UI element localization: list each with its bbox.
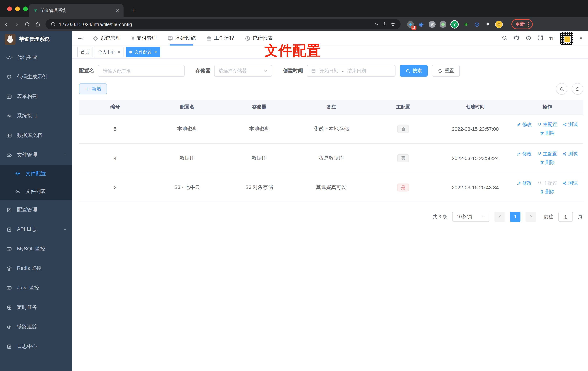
nav-label: 基础设施 bbox=[175, 35, 196, 42]
sidebar-item-redis-monitor[interactable]: Redis 监控 bbox=[0, 259, 72, 278]
sidebar-item-code-demo[interactable]: 代码生成示例 bbox=[0, 67, 72, 87]
add-button[interactable]: 新增 bbox=[79, 84, 107, 94]
delete-link[interactable]: 删除 bbox=[540, 189, 555, 195]
url-text: 127.0.0.1:1024/infra/file/file-config bbox=[59, 21, 371, 27]
collapse-sidebar-icon[interactable] bbox=[77, 35, 84, 41]
avatar-qr-image[interactable] bbox=[560, 32, 573, 45]
sliders-icon bbox=[6, 113, 12, 119]
cell-remark: 测试下本地存储 bbox=[295, 114, 367, 144]
font-size-icon[interactable]: ᴛT bbox=[549, 35, 554, 41]
nav-item-system[interactable]: 系统管理 bbox=[93, 31, 121, 45]
storage-select[interactable]: 请选择存储器 bbox=[214, 65, 272, 77]
sidebar-item-code-generation[interactable]: </> 代码生成 bbox=[0, 48, 72, 67]
nav-item-workflow[interactable]: 工作流程 bbox=[206, 31, 234, 45]
browser-menu-icon[interactable] bbox=[528, 22, 529, 27]
refresh-table-button[interactable] bbox=[572, 83, 583, 95]
profile-avatar-emoji[interactable]: 😃 bbox=[495, 21, 503, 28]
bookmark-star-icon[interactable] bbox=[390, 22, 396, 27]
sidebar-item-file-management[interactable]: 文件管理 bbox=[0, 145, 72, 165]
avatar-caret-down-icon[interactable]: ▼ bbox=[579, 36, 583, 41]
cell-created: 2022-03-15 23:57:00 bbox=[439, 114, 511, 144]
cell-name: 本地磁盘 bbox=[151, 114, 223, 144]
test-link[interactable]: 测试 bbox=[563, 151, 578, 157]
page-size-select[interactable]: 10条/页 bbox=[452, 212, 489, 222]
new-tab-button[interactable]: ＋ bbox=[130, 6, 136, 14]
chrome-update-button[interactable]: 更新 bbox=[511, 19, 533, 29]
search-icon[interactable] bbox=[502, 35, 507, 42]
master-config-link[interactable]: 主配置 bbox=[538, 151, 557, 157]
delete-link[interactable]: 删除 bbox=[540, 159, 555, 166]
extension-y-icon[interactable]: Y bbox=[450, 20, 459, 28]
master-config-link[interactable]: 主配置 bbox=[538, 121, 557, 128]
close-window-button[interactable] bbox=[7, 7, 12, 11]
address-bar[interactable]: 127.0.0.1:1024/infra/file/file-config bbox=[45, 19, 400, 29]
sidebar-item-label: MySQL 监控 bbox=[17, 246, 45, 252]
edit-link[interactable]: 修改 bbox=[517, 121, 532, 128]
nav-item-reports[interactable]: 统计报表 bbox=[245, 31, 273, 45]
prev-page-button[interactable] bbox=[494, 212, 505, 222]
delete-link[interactable]: 删除 bbox=[540, 130, 555, 137]
sidebar-item-db-doc[interactable]: 数据库文档 bbox=[0, 126, 72, 145]
date-range-picker[interactable]: 开始日期 - 结束日期 bbox=[307, 65, 396, 77]
tab-close-icon[interactable]: ✕ bbox=[115, 8, 119, 13]
extension-balloon-icon[interactable]: ◉ bbox=[418, 21, 425, 28]
extension-blue-diamond-icon[interactable]: ◆ 11 bbox=[407, 21, 414, 28]
extension-star-icon[interactable]: ✭ bbox=[463, 21, 470, 28]
share-icon[interactable] bbox=[382, 22, 387, 27]
tag-file-config[interactable]: 文件配置 ✕ bbox=[126, 47, 160, 57]
sidebar-item-file-config[interactable]: 文件配置 bbox=[0, 165, 72, 182]
app-logo-row[interactable]: 芋道管理系统 bbox=[0, 31, 72, 48]
config-name-input[interactable] bbox=[102, 68, 180, 74]
extension-command-icon[interactable]: ⌘ bbox=[429, 21, 436, 28]
tag-home[interactable]: 首页 bbox=[77, 47, 93, 57]
fullscreen-icon[interactable] bbox=[537, 35, 543, 42]
extension-eye-icon[interactable]: ◎ bbox=[473, 21, 480, 28]
close-icon[interactable]: ✕ bbox=[117, 50, 121, 54]
close-icon[interactable]: ✕ bbox=[154, 50, 157, 54]
sidebar-item-mysql-monitor[interactable]: MySQL 监控 bbox=[0, 239, 72, 259]
home-icon[interactable] bbox=[35, 21, 41, 27]
password-key-icon[interactable] bbox=[374, 22, 379, 27]
help-icon[interactable] bbox=[525, 35, 531, 42]
share-nodes-icon bbox=[563, 181, 567, 185]
edit-link[interactable]: 修改 bbox=[517, 180, 532, 186]
sidebar-item-file-list[interactable]: 文件列表 bbox=[0, 182, 72, 200]
browser-tab[interactable]: 芋道管理系统 ✕ bbox=[29, 4, 124, 17]
code-icon: </> bbox=[6, 55, 12, 60]
test-link[interactable]: 测试 bbox=[563, 180, 578, 186]
sidebar-item-api-log[interactable]: API 日志 bbox=[0, 220, 72, 239]
reset-button[interactable]: 重置 bbox=[432, 65, 460, 77]
github-icon[interactable] bbox=[514, 35, 519, 42]
forward-icon[interactable] bbox=[14, 21, 20, 27]
extension-gray-dot-icon[interactable] bbox=[440, 21, 446, 28]
sidebar-item-tracing[interactable]: 链路追踪 bbox=[0, 317, 72, 337]
next-page-button[interactable] bbox=[525, 212, 536, 222]
show-search-toggle-button[interactable] bbox=[556, 83, 567, 95]
puzzle-extensions-icon[interactable] bbox=[484, 21, 491, 28]
nav-item-infrastructure[interactable]: 基础设施 bbox=[168, 31, 196, 45]
sidebar-item-java-monitor[interactable]: Java 监控 bbox=[0, 278, 72, 298]
minimize-window-button[interactable] bbox=[15, 7, 20, 11]
goto-page-input[interactable] bbox=[559, 214, 572, 220]
back-icon[interactable] bbox=[4, 21, 9, 27]
page-unit-label: 页 bbox=[578, 213, 583, 220]
eye-icon bbox=[6, 324, 12, 330]
test-link[interactable]: 测试 bbox=[563, 121, 578, 128]
col-header-created: 创建时间 bbox=[439, 100, 511, 114]
reload-icon[interactable] bbox=[25, 21, 30, 27]
gear-icon bbox=[93, 36, 98, 41]
search-button[interactable]: 搜索 bbox=[400, 65, 428, 77]
cell-id: 4 bbox=[79, 144, 151, 173]
window-controls bbox=[7, 7, 28, 11]
nav-item-payment[interactable]: ¥ 支付管理 bbox=[131, 31, 157, 45]
maximize-window-button[interactable] bbox=[23, 7, 28, 11]
tag-profile[interactable]: 个人中心 ✕ bbox=[95, 47, 124, 57]
sidebar-item-form-builder[interactable]: 表单构建 bbox=[0, 87, 72, 106]
sidebar-item-scheduled-tasks[interactable]: 定时任务 bbox=[0, 298, 72, 317]
sidebar-item-system-api[interactable]: 系统接口 bbox=[0, 106, 72, 126]
sidebar-item-config-management[interactable]: 配置管理 bbox=[0, 200, 72, 220]
page-number-button[interactable]: 1 bbox=[510, 212, 520, 222]
edit-link[interactable]: 修改 bbox=[517, 151, 532, 157]
sidebar-item-log-center[interactable]: 日志中心 bbox=[0, 337, 72, 356]
site-info-icon[interactable] bbox=[51, 22, 56, 27]
